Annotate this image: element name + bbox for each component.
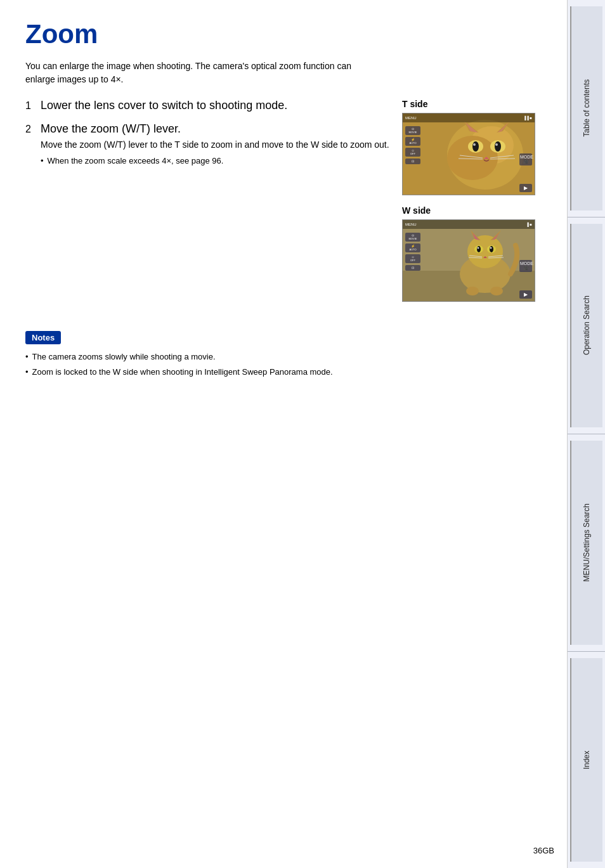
svg-point-25 [477,246,481,252]
step-2-bullet-1: When the zoom scale exceeds 4×, see page… [41,155,389,167]
svg-point-9 [495,143,498,146]
sidebar-label-toc: Table of contents [582,79,592,137]
steps-column: 1 Lower the lens cover to switch to shoo… [25,99,389,312]
step-2-number: 2 [25,124,36,135]
steps-and-images: 1 Lower the lens cover to switch to shoo… [25,99,542,312]
sidebar-tab-menu[interactable]: MENU/Settings Search [570,441,602,645]
t-side-left-ui: ⊙MOVIE ⚡AUTO ☺OFF ⊡ [405,116,420,192]
notes-list: The camera zooms slowly while shooting a… [25,351,542,378]
t-side-top-bar: MENU ▐▐ ■ [403,113,535,122]
note-item-1-text: The camera zooms slowly while shooting a… [32,351,216,363]
step-1-number: 1 [25,100,36,112]
sidebar-label-menu: MENU/Settings Search [582,503,592,581]
step-2-description: Move the zoom (W/T) lever to the T side … [41,138,389,152]
page-number: 36GB [533,846,554,855]
step-1-title: Lower the lens cover to switch to shooti… [41,99,287,112]
w-side-cat-image [403,220,535,302]
sidebar-section-index[interactable]: Index [568,652,605,869]
w-side-label: W side [402,205,542,216]
main-content: Zoom You can enlarge the image when shoo… [0,0,567,868]
page-title: Zoom [25,19,542,49]
sidebar-label-operation: Operation Search [582,295,592,355]
sidebar-label-index: Index [582,751,592,769]
note-item-1: The camera zooms slowly while shooting a… [25,351,542,363]
step-2-bullet-1-text: When the zoom scale exceeds 4×, see page… [48,155,224,167]
svg-point-38 [466,287,479,295]
svg-point-22 [467,235,503,268]
sidebar-tab-operation[interactable]: Operation Search [570,224,602,428]
sidebar-section-toc[interactable]: Table of contents [568,0,605,217]
svg-point-28 [490,247,492,249]
t-side-right-ui: MODE🎥 ▶ [519,116,532,192]
svg-point-7 [495,141,501,152]
step-2-header: 2 Move the zoom (W/T) lever. [25,122,389,136]
svg-point-39 [490,287,503,295]
notes-section: Notes The camera zooms slowly while shoo… [25,331,542,378]
w-side-top-bar: MENU ▐ ■ [403,220,535,229]
step-2-body: Move the zoom (W/T) lever to the T side … [41,138,389,167]
note-item-2-text: Zoom is locked to the W side when shooti… [32,366,333,379]
intro-text: You can enlarge the image when shooting.… [25,60,381,86]
notes-badge: Notes [25,331,61,344]
w-side-right-ui: MODE🎥 ▶ [519,223,532,299]
svg-point-8 [473,143,476,146]
step-2: 2 Move the zoom (W/T) lever. Move the zo… [25,122,389,167]
sidebar-tab-index[interactable]: Index [570,658,602,862]
svg-point-6 [472,141,479,152]
step-1-header: 1 Lower the lens cover to switch to shoo… [25,99,389,112]
sidebar: Table of contents Operation Search MENU/… [567,0,605,868]
sidebar-tab-toc[interactable]: Table of contents [570,6,602,211]
t-side-cat-image [403,113,535,195]
step-1: 1 Lower the lens cover to switch to shoo… [25,99,389,112]
images-column: T side [402,99,542,312]
svg-point-27 [478,247,479,249]
t-side-screenshot: MENU ▐▐ ■ ⊙MOVIE ⚡AUTO ☺OFF ⊡ MODE🎥 [402,113,535,195]
w-side-screenshot: MENU ▐ ■ ⊙MOVIE ⚡AUTO ☺OFF ⊡ MODE🎥 [402,219,535,302]
sidebar-section-menu[interactable]: MENU/Settings Search [568,434,605,652]
w-side-left-ui: ⊙MOVIE ⚡AUTO ☺OFF ⊡ [405,223,420,299]
t-side-label: T side [402,99,542,109]
sidebar-section-operation[interactable]: Operation Search [568,217,605,435]
t-side-block: T side [402,99,542,195]
step-2-title: Move the zoom (W/T) lever. [41,122,181,136]
svg-point-26 [490,246,493,252]
note-item-2: Zoom is locked to the W side when shooti… [25,366,542,379]
page-container: Zoom You can enlarge the image when shoo… [0,0,605,868]
w-side-block: W side [402,205,542,302]
